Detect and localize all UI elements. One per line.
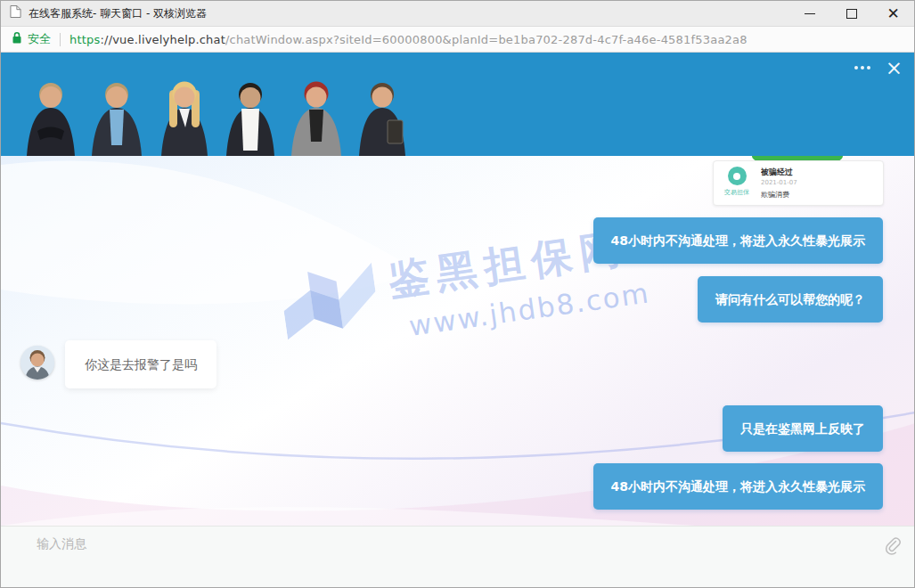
url-scheme: https [69, 33, 100, 46]
message-composer [1, 526, 914, 588]
window-title: 在线客服系统- 聊天窗口 - 双核浏览器 [29, 6, 207, 21]
security-label: 安全 [28, 31, 51, 47]
watermark-url: www.jhdb8.com [407, 276, 652, 342]
chat-bubble-outgoing: 请问有什么可以帮您的呢？ [698, 276, 883, 323]
address-bar[interactable]: 安全 https://vue.livelyhelp.chat/chatWindo… [1, 27, 914, 53]
chat-header-banner: × [1, 53, 914, 156]
complaint-icon-label: 交易担保 [724, 188, 749, 197]
chat-message-area: 鉴黑担保网 www.jhdb8.com 交易担保 被骗经过 2021-01-07… [1, 156, 914, 526]
chat-bubble-outgoing: 48小时内不沟通处理，将进入永久性暴光展示 [593, 217, 883, 264]
agent-avatar [20, 346, 54, 380]
complaint-preview-card[interactable]: 交易担保 被骗经过 2021-01-07 欺骗消费 鉴乐城骗光! [713, 160, 884, 206]
support-team-photo [17, 76, 418, 156]
chat-bubble-incoming: 你这是去报警了是吗 [65, 340, 216, 388]
guarantee-ring-icon [728, 167, 747, 185]
maximize-icon [846, 9, 857, 19]
address-bar-divider [60, 33, 61, 46]
url-text[interactable]: https://vue.livelyhelp.chat/chatWindow.a… [69, 33, 748, 46]
browser-title-bar: 在线客服系统- 聊天窗口 - 双核浏览器 ✕ [1, 1, 914, 27]
browser-window: 在线客服系统- 聊天窗口 - 双核浏览器 ✕ 安全 https://vue.li… [0, 0, 915, 588]
complaint-icon-column: 交易担保 [721, 167, 753, 200]
chat-bubble-outgoing: 只是在鉴黑网上反映了 [723, 405, 883, 452]
complaint-title: 被骗经过 [761, 167, 876, 178]
message-input[interactable] [35, 535, 849, 584]
close-icon: ✕ [886, 9, 899, 18]
watermark-check-logo [278, 254, 384, 360]
url-host: ://vue.livelyhelp.chat [100, 33, 225, 46]
security-indicator[interactable]: 安全 [12, 31, 51, 47]
maximize-button[interactable] [830, 2, 872, 26]
page-icon [10, 4, 21, 22]
menu-dots-icon[interactable] [854, 66, 870, 69]
chat-header-actions: × [854, 60, 903, 76]
complaint-desc: 欺骗消费 [761, 190, 876, 200]
minimize-icon [805, 13, 815, 14]
lock-icon [12, 31, 22, 47]
complaint-date: 2021-01-07 [761, 179, 876, 186]
chat-close-icon[interactable]: × [886, 60, 903, 76]
close-window-button[interactable]: ✕ [872, 2, 914, 26]
chat-bubble-outgoing: 48小时内不沟通处理，将进入永久性暴光展示 [593, 463, 883, 510]
attachment-paperclip-icon[interactable] [883, 536, 903, 556]
complaint-texts: 被骗经过 2021-01-07 欺骗消费 鉴乐城骗光! [761, 167, 876, 200]
url-path: /chatWindow.aspx?siteId=60000800&planId=… [225, 33, 748, 46]
minimize-button[interactable] [788, 2, 830, 26]
